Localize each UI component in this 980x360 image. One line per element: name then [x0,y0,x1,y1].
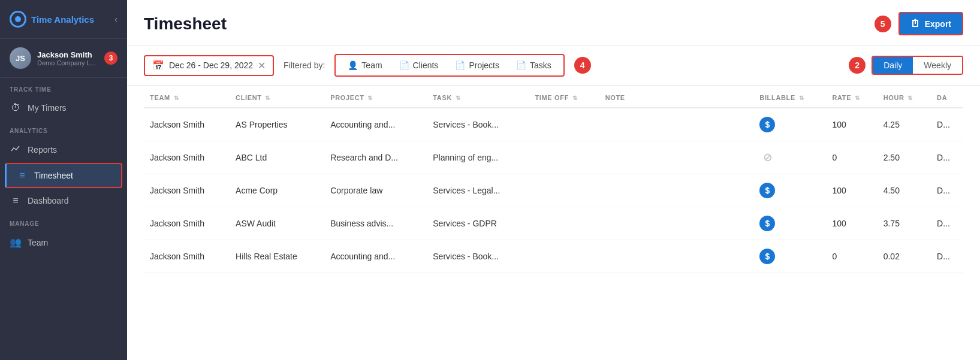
filter-tab-clients[interactable]: 📄 Clients [392,58,446,73]
table-row: Jackson Smith ASW Audit Business advis..… [144,207,963,240]
filter-tab-tasks-label: Tasks [530,60,551,70]
sidebar-item-label-my-timers: My Timers [28,103,67,113]
user-info: Jackson Smith Demo Company L... [37,50,98,66]
cell-note [599,108,754,141]
col-task: TASK ⇅ [427,86,529,108]
col-rate: RATE ⇅ [826,86,877,108]
sidebar-item-label-team: Team [28,238,48,247]
user-section: JS Jackson Smith Demo Company L... 3 [0,39,127,78]
col-note: NOTE [599,86,754,108]
cell-project: Corporate law [324,174,427,207]
billable-dollar-icon: $ [759,216,775,231]
table-row: Jackson Smith ABC Ltd Research and D... … [144,141,963,174]
filter-tab-clients-label: Clients [413,60,439,70]
cell-team: Jackson Smith [144,108,230,141]
sidebar-item-my-timers[interactable]: ⏱ My Timers [0,96,127,119]
main-header: Timesheet 5 Export [127,0,980,46]
sidebar-header: Time Analytics ‹ [0,0,127,39]
cell-hour: 4.25 [878,108,931,141]
avatar: JS [10,47,31,69]
sidebar-item-team[interactable]: 👥 Team [0,231,127,254]
logo-icon [10,11,26,28]
sidebar-item-timesheet[interactable]: ≡ Timesheet [5,163,122,188]
cell-task: Services - Book... [427,240,529,273]
date-picker[interactable]: 📅 Dec 26 - Dec 29, 2022 ✕ [144,55,274,76]
cell-client: ABC Ltd [230,141,324,174]
col-project: PROJECT ⇅ [324,86,427,108]
cell-note [599,174,754,207]
date-range-text: Dec 26 - Dec 29, 2022 [169,60,253,70]
billable-dollar-icon: $ [759,183,775,198]
cell-note [599,240,754,273]
badge-5: 5 [875,16,891,32]
cell-task: Planning of eng... [427,141,529,174]
export-label: Export [925,19,951,29]
main-content: Timesheet 5 Export 📅 Dec 26 - Dec 29, 20… [127,0,980,360]
cell-rate: 100 [826,174,877,207]
timesheet-icon: ≡ [16,170,28,181]
cell-rate: 100 [826,207,877,240]
filter-tab-tasks[interactable]: 📄 Tasks [509,58,559,73]
timesheet-table: TEAM ⇅ CLIENT ⇅ PROJECT ⇅ TASK ⇅ TIME OF… [144,86,963,273]
cell-hour: 3.75 [878,207,931,240]
projects-filter-icon: 📄 [455,60,465,70]
badge-3: 3 [104,52,117,65]
cell-billable: $ [753,108,826,141]
cell-rate: 0 [826,141,877,174]
billable-dollar-icon: $ [759,249,775,264]
cell-hour: 4.50 [878,174,931,207]
cell-da: D... [931,141,963,174]
cell-da: D... [931,240,963,273]
sidebar-title: Time Analytics [31,14,94,25]
cell-billable: ⊘ [753,141,826,174]
cell-task: Services - GDPR [427,207,529,240]
cell-da: D... [931,207,963,240]
cell-billable: $ [753,240,826,273]
timer-icon: ⏱ [10,102,22,113]
col-da: DA [931,86,963,108]
cell-time-off [529,207,599,240]
cell-project: Accounting and... [324,240,427,273]
filter-tab-projects-label: Projects [469,60,499,70]
export-button[interactable]: Export [898,12,963,35]
cell-project: Accounting and... [324,108,427,141]
cell-project: Research and D... [324,141,427,174]
col-hour: HOUR ⇅ [878,86,931,108]
cell-client: Acme Corp [230,174,324,207]
sidebar-item-label-reports: Reports [28,145,57,155]
calendar-icon: 📅 [152,60,164,71]
filter-tabs: 👤 Team 📄 Clients 📄 Projects 📄 Tasks [334,54,564,77]
filter-tab-team[interactable]: 👤 Team [340,58,389,73]
cell-note [599,207,754,240]
cell-hour: 0.02 [878,240,931,273]
sidebar-item-label-dashboard: Dashboard [28,196,69,205]
export-section: 5 Export [875,12,963,35]
cell-billable: $ [753,207,826,240]
page-title: Timesheet [144,14,227,34]
filter-tab-projects[interactable]: 📄 Projects [448,58,506,73]
section-label-analytics: ANALYTICS [0,119,127,138]
cell-team: Jackson Smith [144,207,230,240]
col-billable: BILLABLE ⇅ [753,86,826,108]
sidebar-item-dashboard[interactable]: ≡ Dashboard [0,189,127,212]
toggle-daily[interactable]: Daily [873,57,913,74]
cell-rate: 0 [826,240,877,273]
badge-2: 2 [849,57,866,74]
sidebar-item-reports[interactable]: Reports [0,138,127,162]
clients-filter-icon: 📄 [399,60,409,70]
cell-time-off [529,174,599,207]
toggle-weekly[interactable]: Weekly [913,57,962,74]
col-team: TEAM ⇅ [144,86,230,108]
cell-time-off [529,108,599,141]
date-clear-icon[interactable]: ✕ [258,60,266,71]
cell-task: Services - Legal... [427,174,529,207]
cell-rate: 100 [826,108,877,141]
cell-client: Hills Real Estate [230,240,324,273]
user-name: Jackson Smith [37,50,98,59]
table-container: TEAM ⇅ CLIENT ⇅ PROJECT ⇅ TASK ⇅ TIME OF… [127,86,980,360]
filtered-by-label: Filtered by: [284,60,325,70]
sidebar: Time Analytics ‹ JS Jackson Smith Demo C… [0,0,127,360]
cell-billable: $ [753,174,826,207]
view-toggle-section: 2 Daily Weekly [849,56,963,75]
collapse-icon[interactable]: ‹ [114,14,117,24]
